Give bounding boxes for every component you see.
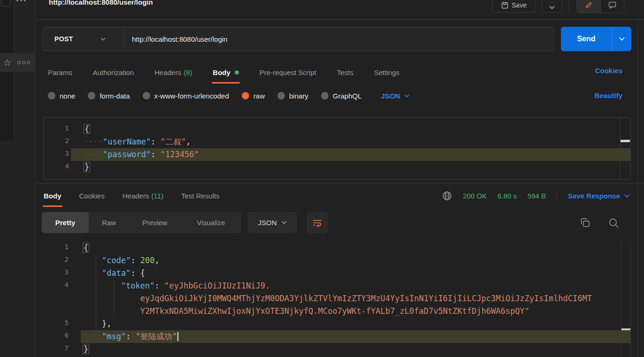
copy-icon xyxy=(580,218,590,228)
mode-label: x-www-form-urlencoded xyxy=(154,92,229,100)
save-options-button[interactable] xyxy=(542,0,562,13)
code-line: 2 "code": 200, xyxy=(36,254,644,267)
code-line: 1 { xyxy=(44,123,630,136)
chevron-down-icon xyxy=(619,37,625,41)
pencil-icon xyxy=(585,1,592,9)
request-body-editor[interactable]: 1 { 2 ····"userName": "二叔", 3 ····"passw… xyxy=(43,117,631,180)
mode-raw[interactable]: raw xyxy=(242,92,265,100)
section-divider xyxy=(36,183,644,183)
json-value: "登陆成功" xyxy=(136,332,177,341)
json-value: "二叔" xyxy=(161,137,186,146)
send-label: Send xyxy=(561,35,612,43)
tab-headers[interactable]: Headers (8) xyxy=(154,61,192,84)
collection-row[interactable]: ☆ xyxy=(0,53,36,72)
line-number: 1 xyxy=(36,242,69,254)
tab-settings[interactable]: Settings xyxy=(374,61,399,84)
indent-whitespace xyxy=(83,256,102,265)
code-token: : xyxy=(126,332,135,341)
view-preview[interactable]: Preview xyxy=(129,212,181,233)
mode-x-www-form-urlencoded[interactable]: x-www-form-urlencoded xyxy=(143,92,229,100)
view-pretty[interactable]: Pretty xyxy=(42,212,89,233)
body-modified-dot xyxy=(235,70,239,75)
save-response-button[interactable]: Save Response xyxy=(568,192,630,200)
code-token: { xyxy=(84,124,90,134)
search-icon xyxy=(608,218,619,228)
save-icon xyxy=(501,2,508,9)
radio-icon[interactable] xyxy=(48,92,55,99)
line-number: 2 xyxy=(44,136,69,148)
json-key: "password" xyxy=(103,150,151,159)
tab-body[interactable]: Body xyxy=(213,61,239,84)
wrap-lines-button[interactable] xyxy=(307,212,328,233)
radio-icon[interactable] xyxy=(88,92,95,99)
request-tabs: Params Authorization Headers (8) Body Pr… xyxy=(48,61,399,84)
indent-whitespace: ···· xyxy=(84,150,103,159)
tab-response-headers[interactable]: Headers (11) xyxy=(123,184,163,207)
main-pane: http://localhost:8080/user/login Save xyxy=(36,0,644,357)
mode-label: GraphQL xyxy=(333,92,362,100)
mode-binary[interactable]: binary xyxy=(277,92,308,100)
response-body-viewer[interactable]: 1 { 2 "code": 200, 3 "data": { 4 "token"… xyxy=(36,242,644,357)
radio-icon[interactable] xyxy=(321,92,329,99)
tab-pre-request-script[interactable]: Pre-request Script xyxy=(260,61,316,84)
tab-tests[interactable]: Tests xyxy=(337,61,353,84)
tab-label: Headers xyxy=(123,192,149,200)
view-label: Raw xyxy=(102,219,116,227)
code-line: 1 { xyxy=(36,242,644,254)
send-button[interactable]: Send xyxy=(561,27,631,51)
sidebar: ☆ xyxy=(0,0,36,357)
mode-form-data[interactable]: form-data xyxy=(88,92,130,100)
send-options-button[interactable] xyxy=(612,37,631,41)
response-size: 594 B xyxy=(528,192,546,200)
tab-test-results[interactable]: Test Results xyxy=(181,184,220,207)
request-tab-title[interactable]: http://localhost:8080/user/login xyxy=(49,0,153,6)
tab-label: Headers xyxy=(154,68,181,76)
body-language-value: JSON xyxy=(381,92,400,100)
mode-graphql[interactable]: GraphQL xyxy=(321,92,362,100)
code-line: 5 }, xyxy=(36,318,644,330)
more-actions-icon[interactable] xyxy=(17,61,30,64)
chevron-down-icon xyxy=(624,194,630,197)
tab-response-cookies[interactable]: Cookies xyxy=(79,184,105,207)
view-raw[interactable]: Raw xyxy=(89,212,129,233)
view-visualize[interactable]: Visualize xyxy=(181,212,241,233)
line-number: 4 xyxy=(44,161,69,174)
tab-authorization[interactable]: Authorization xyxy=(93,61,134,84)
body-mode-selector: none form-data x-www-form-urlencoded raw… xyxy=(48,88,409,103)
method-selector[interactable]: POST xyxy=(43,27,124,51)
line-number: 5 xyxy=(36,318,69,330)
cookies-link[interactable]: Cookies xyxy=(595,67,622,75)
request-url-field: POST http://localhost:8080/user/login xyxy=(43,27,554,51)
line-number: 3 xyxy=(44,148,69,161)
radio-icon[interactable] xyxy=(143,92,150,99)
network-globe-icon[interactable] xyxy=(442,191,452,201)
response-view-switch: Pretty Raw Preview Visualize xyxy=(42,212,241,233)
code-line-highlighted: 6 "msg": "登陆成功" xyxy=(36,330,644,343)
star-icon[interactable]: ☆ xyxy=(3,58,11,67)
radio-icon[interactable] xyxy=(277,92,285,99)
tab-response-body[interactable]: Body xyxy=(44,184,61,207)
body-language-dropdown[interactable]: JSON xyxy=(381,92,410,100)
header-separator xyxy=(569,0,569,13)
tab-label: Tests xyxy=(337,68,353,76)
save-button[interactable]: Save xyxy=(492,0,536,13)
mode-none[interactable]: none xyxy=(48,92,75,100)
code-line: 7 } xyxy=(36,343,644,356)
url-input[interactable]: http://localhost:8080/user/login xyxy=(132,35,227,43)
chevron-down-icon xyxy=(404,94,409,98)
more-options-icon[interactable] xyxy=(16,0,26,1)
beautify-link[interactable]: Beautify xyxy=(595,91,622,99)
copy-response-button[interactable] xyxy=(579,217,591,229)
edit-button[interactable] xyxy=(577,0,600,13)
response-language-dropdown[interactable]: JSON xyxy=(247,212,297,233)
postman-app: ☆ http://localhost:8080/user/login Save xyxy=(0,0,644,357)
code-line: 4 } xyxy=(44,161,630,174)
search-response-button[interactable] xyxy=(607,217,620,229)
code-token: : xyxy=(151,150,160,159)
tab-params[interactable]: Params xyxy=(48,61,72,84)
mode-label: raw xyxy=(253,92,265,100)
comment-button[interactable] xyxy=(601,0,624,13)
json-value-token: Y2MTkxNDA5MiwiZXhwIjoxNjYxOTE3NjkyfQ.MCo… xyxy=(83,306,529,316)
code-line: 2 ····"userName": "二叔", xyxy=(44,136,630,148)
radio-selected-icon[interactable] xyxy=(242,92,249,99)
